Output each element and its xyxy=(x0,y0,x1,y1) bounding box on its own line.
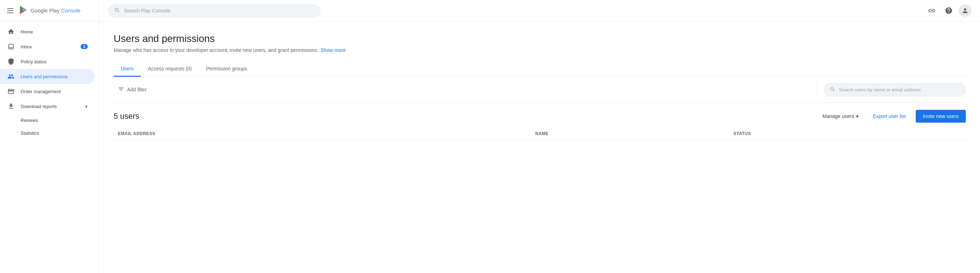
table-header-name: Name xyxy=(531,128,729,139)
logo-area: Google Play Console xyxy=(19,5,81,16)
sidebar-item-inbox[interactable]: Inbox 3 xyxy=(0,39,95,54)
sidebar-nav: Home Inbox 3 Policy status xyxy=(0,21,99,142)
add-filter-label: Add filter xyxy=(127,87,146,93)
link-button[interactable] xyxy=(924,3,939,18)
sidebar-item-policy[interactable]: Policy status xyxy=(0,54,95,69)
table-header-email: Email address xyxy=(114,128,531,139)
export-user-list-button[interactable]: Export user list xyxy=(869,110,910,122)
sidebar: Google Play Console Home Inbox 3 xyxy=(0,0,99,273)
search-bar[interactable] xyxy=(108,4,321,18)
sidebar-item-policy-label: Policy status xyxy=(21,59,46,64)
search-users-input[interactable] xyxy=(839,87,960,93)
shield-icon xyxy=(7,57,15,65)
download-icon xyxy=(7,102,15,110)
tab-users[interactable]: Users xyxy=(114,62,141,77)
sidebar-item-home-label: Home xyxy=(21,29,33,35)
user-avatar-button[interactable] xyxy=(959,4,972,17)
users-header: 5 users Manage users ▾ Export user list … xyxy=(114,110,966,123)
users-icon xyxy=(7,72,15,80)
show-more-link[interactable]: Show more xyxy=(321,47,346,53)
inbox-icon xyxy=(7,43,15,51)
page-subtitle: Manage who has access to your developer … xyxy=(114,47,966,53)
sidebar-item-orders-label: Order management xyxy=(21,89,61,94)
users-section: 5 users Manage users ▾ Export user list … xyxy=(114,103,966,139)
search-users-bar[interactable] xyxy=(824,83,966,96)
topbar xyxy=(99,0,980,22)
sidebar-header: Google Play Console xyxy=(0,0,99,21)
table-header-status: Status xyxy=(729,128,966,139)
sidebar-item-inbox-label: Inbox xyxy=(21,44,32,49)
manage-users-chevron-icon: ▾ xyxy=(856,113,859,119)
tab-access-requests[interactable]: Access requests (0) xyxy=(141,62,199,77)
sidebar-item-reviews-label: Reviews xyxy=(21,118,38,123)
page-content: Users and permissions Manage who has acc… xyxy=(99,22,980,273)
subtitle-text: Manage who has access to your developer … xyxy=(114,47,318,53)
main-area: Users and permissions Manage who has acc… xyxy=(99,0,980,273)
sidebar-item-home[interactable]: Home xyxy=(0,24,95,39)
add-filter-button[interactable]: Add filter xyxy=(114,84,151,96)
filter-divider xyxy=(816,83,817,97)
search-icon xyxy=(114,7,120,14)
users-table: Email address Name Status xyxy=(114,128,966,139)
search-users-icon xyxy=(830,86,835,93)
logo-text: Google Play Console xyxy=(30,8,81,13)
sidebar-item-statistics-label: Statistics xyxy=(21,131,39,136)
sidebar-item-users-label: Users and permissions xyxy=(21,74,67,79)
filter-bar-left: Add filter xyxy=(114,84,809,96)
home-icon xyxy=(7,28,15,35)
tabs-bar: Users Access requests (0) Permission gro… xyxy=(114,62,966,77)
sidebar-item-users-permissions[interactable]: Users and permissions xyxy=(0,69,95,84)
google-play-logo-icon xyxy=(19,5,29,16)
manage-users-label: Manage users xyxy=(823,113,854,119)
inbox-badge: 3 xyxy=(81,44,88,49)
users-actions: Manage users ▾ Export user list Invite n… xyxy=(818,110,966,123)
chevron-down-icon: ▾ xyxy=(85,104,88,109)
filter-bar: Add filter xyxy=(114,77,966,103)
filter-icon xyxy=(118,86,124,94)
hamburger-menu-button[interactable] xyxy=(6,7,15,14)
order-icon xyxy=(7,88,15,95)
topbar-actions xyxy=(924,3,972,18)
sidebar-item-statistics[interactable]: Statistics xyxy=(0,126,95,139)
sidebar-item-orders[interactable]: Order management xyxy=(0,84,95,99)
manage-users-button[interactable]: Manage users ▾ xyxy=(818,110,863,122)
invite-new-users-button[interactable]: Invite new users xyxy=(916,110,966,123)
tab-permission-groups[interactable]: Permission groups xyxy=(199,62,254,77)
page-title: Users and permissions xyxy=(114,33,966,45)
sidebar-item-download-reports[interactable]: Download reports ▾ xyxy=(0,99,95,114)
sidebar-item-download-label: Download reports xyxy=(21,104,57,109)
search-input[interactable] xyxy=(124,8,315,13)
help-button[interactable] xyxy=(942,3,956,18)
sidebar-item-reviews[interactable]: Reviews xyxy=(0,114,95,126)
users-count: 5 users xyxy=(114,112,818,121)
